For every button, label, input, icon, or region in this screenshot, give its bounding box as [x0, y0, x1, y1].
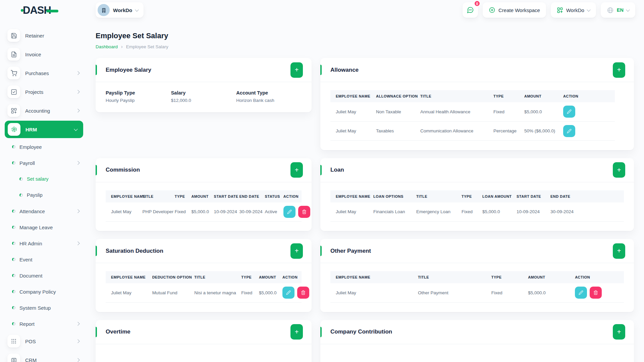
language-selector[interactable]: EN	[601, 2, 635, 18]
workspace-selector[interactable]: WorkDo	[96, 2, 144, 18]
card-title: Commission	[106, 167, 140, 173]
crm-window-icon	[7, 354, 20, 362]
add-company-contribution-button[interactable]: +	[613, 324, 625, 340]
messages-button[interactable]: 0	[463, 2, 478, 18]
sidebar-item-document[interactable]: Document	[0, 267, 88, 284]
pos-grid-dots-icon	[7, 335, 20, 348]
breadcrumb: Dashboard › Employee Set Salary	[96, 44, 634, 49]
sidebar-item-invoice[interactable]: Invoice	[0, 45, 88, 64]
sidebar-item-projects[interactable]: Projects	[0, 82, 88, 101]
chevron-right-icon	[76, 241, 79, 245]
chevron-down-icon	[587, 8, 590, 11]
topbar: DASH WorkDo 0 Create	[0, 0, 644, 20]
card-title: Overtime	[106, 328, 130, 335]
sidebar-item-accounting[interactable]: Accounting	[0, 101, 88, 120]
brand-logo[interactable]: DASH	[21, 4, 58, 16]
card-title: Other Payment	[330, 248, 371, 254]
sidebar-item-payroll[interactable]: Payroll	[0, 155, 88, 171]
pencil-icon	[567, 129, 572, 133]
sidebar-item-system-setup[interactable]: System Setup	[0, 300, 88, 316]
delete-button[interactable]	[298, 206, 310, 218]
workspace-menu-button[interactable]: WorkDo	[551, 2, 596, 18]
payslip-type-label: Payslip Type	[106, 90, 171, 96]
breadcrumb-separator: ›	[121, 44, 123, 49]
card-title: Allowance	[330, 67, 359, 73]
edit-button[interactable]	[563, 125, 575, 137]
sidebar-item-retainer[interactable]: Retainer	[0, 26, 88, 45]
breadcrumb-dashboard-link[interactable]: Dashboard	[96, 44, 118, 49]
delete-button[interactable]	[590, 287, 602, 299]
sidebar-item-event[interactable]: Event	[0, 251, 88, 267]
check-square-icon	[7, 85, 20, 98]
other-payment-table: EMPLOYEE NAME TITLE TYPE AMOUNT ACTION J…	[330, 271, 624, 303]
sidebar-item-payslip[interactable]: Payslip	[0, 187, 88, 203]
table-row: Juliet May Mutual Fund Nisi a tenetur ma…	[106, 283, 302, 302]
sidebar-item-manage-leave[interactable]: Manage Leave	[0, 219, 88, 235]
chevron-right-icon	[76, 209, 79, 213]
pencil-icon	[567, 109, 572, 114]
grid-plus-icon	[7, 104, 20, 117]
bullet-icon	[12, 242, 15, 245]
commission-card: Commission + EMPLOYEE NAME TITLE TYPE AM…	[96, 158, 312, 231]
chat-bubble-icon	[467, 6, 474, 14]
language-code: EN	[617, 7, 624, 13]
bullet-icon	[12, 209, 15, 213]
saturation-deduction-table: EMPLOYEE NAME DEDUCTION OPTION TITLE TYP…	[106, 271, 302, 303]
sidebar-item-report[interactable]: Report	[0, 316, 88, 332]
invoice-file-icon	[7, 48, 20, 61]
trash-icon	[301, 290, 306, 295]
saturation-deduction-card: Saturation Deduction + EMPLOYEE NAME DED…	[96, 239, 312, 312]
sidebar-item-set-salary[interactable]: Set salary	[0, 171, 88, 187]
building-icon	[101, 7, 107, 13]
add-loan-button[interactable]: +	[613, 162, 625, 178]
other-payment-card: Other Payment + EMPLOYEE NAME TITLE TYPE…	[320, 239, 634, 312]
add-allowance-button[interactable]: +	[613, 62, 625, 78]
pencil-icon	[287, 209, 292, 214]
pencil-icon	[579, 290, 583, 295]
chevron-right-icon	[76, 90, 79, 94]
pencil-icon	[286, 290, 291, 295]
breadcrumb-current: Employee Set Salary	[126, 44, 168, 49]
chevron-right-icon	[76, 71, 79, 75]
globe-icon	[607, 7, 614, 14]
workspace-name: WorkDo	[113, 7, 132, 13]
company-contribution-card: Company Contribution +	[320, 320, 634, 362]
sidebar-item-company-policy[interactable]: Company Policy	[0, 284, 88, 300]
sidebar-item-crm[interactable]: CRM	[0, 351, 88, 362]
salary-value: $12,000.0	[171, 98, 236, 103]
edit-button[interactable]	[563, 106, 575, 118]
bullet-icon	[12, 290, 15, 293]
add-overtime-button[interactable]: +	[290, 324, 303, 340]
add-other-payment-button[interactable]: +	[613, 243, 625, 259]
sidebar-item-hr-admin[interactable]: HR Admin	[0, 235, 88, 251]
chevron-right-icon	[76, 109, 79, 112]
create-workspace-button[interactable]: Create Workspace	[483, 2, 546, 18]
sidebar-item-employee[interactable]: Employee	[0, 139, 88, 155]
sidebar-item-attendance[interactable]: Attendance	[0, 203, 88, 219]
loan-card: Loan + EMPLOYEE NAME LOAN OPTIONS TITLE …	[320, 158, 634, 231]
add-saturation-deduction-button[interactable]: +	[290, 243, 303, 259]
card-title: Company Contribution	[330, 328, 392, 335]
bullet-icon	[12, 226, 15, 229]
create-workspace-label: Create Workspace	[498, 7, 540, 13]
trash-icon	[593, 290, 598, 295]
table-row: Juliet May Non Taxable Annual Health All…	[330, 102, 615, 121]
edit-button[interactable]	[283, 206, 296, 218]
add-employee-salary-button[interactable]: +	[290, 62, 303, 78]
account-type-label: Account Type	[236, 90, 302, 96]
workspace-avatar	[98, 4, 110, 16]
delete-button[interactable]	[297, 287, 309, 299]
allowance-table: EMPLOYEE NAME ALLOWNACE OPTION TITLE TYP…	[330, 90, 615, 141]
table-row: Juliet May Other Payment Fixed $5,000.0	[330, 283, 624, 302]
edit-button[interactable]	[282, 287, 294, 299]
sidebar-item-purchases[interactable]: Purchases	[0, 64, 88, 82]
bullet-icon	[12, 145, 15, 148]
edit-button[interactable]	[575, 287, 587, 299]
logo-dash-icon	[46, 10, 58, 12]
workspace-menu-label: WorkDo	[566, 7, 584, 13]
sidebar-item-hrm[interactable]: HRM	[5, 121, 83, 138]
sidebar-item-pos[interactable]: POS	[0, 332, 88, 351]
cart-icon	[7, 67, 20, 79]
add-commission-button[interactable]: +	[290, 162, 303, 178]
trash-icon	[302, 209, 307, 214]
